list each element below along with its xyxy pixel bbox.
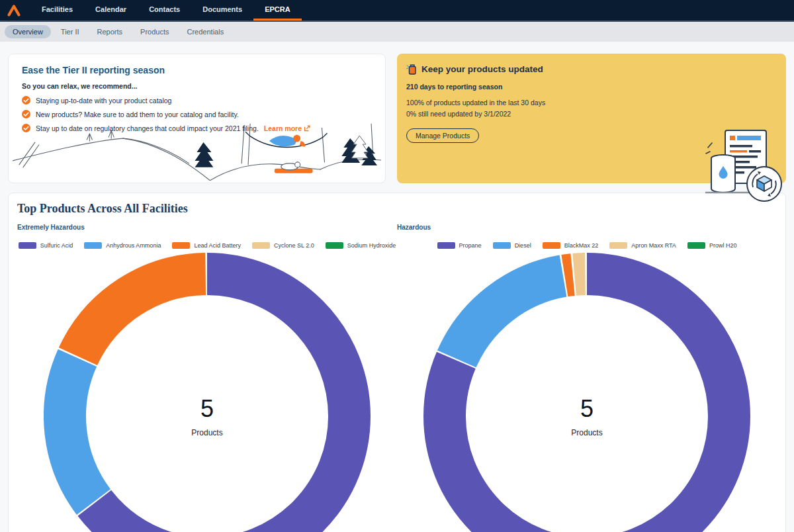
legend-item-prowl-h20[interactable]: Prowl H20 [687,242,737,249]
legend-swatch [172,242,190,249]
subnav-item-reports[interactable]: Reports [89,25,131,38]
subnav-item-credentials[interactable]: Credentials [179,25,232,38]
chart-subtitle: Extremely Hazardous [17,224,397,231]
legend-label: Lead Acid Battery [194,242,241,249]
external-link-icon [304,125,310,132]
legend-item-sulfuric-acid[interactable]: Sulfuric Acid [19,242,73,249]
donut-svg [423,253,750,532]
nav-tab-contacts[interactable]: Contacts [138,0,191,21]
legend-label: Apron Maxx RTA [631,242,676,249]
reporting-card-title: Ease the Tier II reporting season [22,65,372,75]
legend-item-anhydrous-ammonia[interactable]: Anhydrous Ammonia [84,242,161,249]
charts-row: Extremely HazardousSulfuric AcidAnhydrou… [17,224,777,532]
legend-label: Anhydrous Ammonia [106,242,161,249]
check-circle-icon [22,96,30,105]
products-card-title: Keep your products updated [421,64,543,74]
legend-label: Diesel [515,242,531,249]
legend-swatch [543,242,560,249]
chart-subtitle: Hazardous [397,224,777,231]
recommendation-text: Stay up to date on regulatory changes th… [36,124,259,132]
chart-legend: PropaneDieselBlackMax 22Apron Maxx RTAPr… [397,242,777,249]
legend-swatch [252,242,270,249]
chart-section-hazardous: HazardousPropaneDieselBlackMax 22Apron M… [397,224,777,532]
nav-tab-calendar[interactable]: Calendar [84,0,138,21]
nav-tab-facilities[interactable]: Facilities [30,0,84,21]
legend-label: Prowl H20 [709,242,737,249]
need-update-percentage: 0% still need updated by 3/1/2022 [406,110,777,118]
tier2-reporting-card: Ease the Tier II reporting season So you… [8,54,386,183]
legend-item-apron-maxx-rta[interactable]: Apron Maxx RTA [609,242,676,249]
epcra-subnav: OverviewTier IIReportsProductsCredential… [0,22,794,42]
summary-cards-row: Ease the Tier II reporting season So you… [8,54,786,183]
encamp-logo[interactable] [0,0,28,21]
subnav-item-tier-ii[interactable]: Tier II [53,25,87,38]
primary-nav: FacilitiesCalendarContactsDocumentsEPCRA [30,0,302,21]
legend-label: Sulfuric Acid [40,242,73,249]
manage-products-button[interactable]: Manage Products [406,128,479,143]
updated-percentage: 100% of products updated in the last 30 … [406,99,777,107]
chart-section-extremely-hazardous: Extremely HazardousSulfuric AcidAnhydrou… [17,224,397,532]
donut-svg [44,253,371,532]
mountain-caret-icon [7,4,21,17]
top-products-title: Top Products Across All Facilities [17,202,777,216]
check-circle-icon [22,124,30,132]
legend-item-propane[interactable]: Propane [437,242,482,249]
legend-swatch [326,242,343,249]
legend-label: Propane [459,242,482,249]
legend-item-lead-acid-battery[interactable]: Lead Acid Battery [172,242,241,249]
legend-item-sodium-hydroxide[interactable]: Sodium Hydroxide [326,242,396,249]
legend-item-blackmax-22[interactable]: BlackMax 22 [543,242,599,249]
days-to-season: 210 days to reporting season [406,83,777,91]
legend-swatch [19,242,36,249]
products-illustration [705,125,785,202]
chart-legend: Sulfuric AcidAnhydrous AmmoniaLead Acid … [17,242,397,249]
reporting-card-subtitle: So you can relax, we recommend... [22,82,372,90]
recommendation-text: Staying up-to-date with your product cat… [36,97,171,105]
recommendation-list: Staying up-to-date with your product cat… [22,96,372,132]
recommendation-text: New products? Make sure to add them to y… [36,111,239,118]
legend-item-cyclone-sl-2-0[interactable]: Cyclone SL 2.0 [252,242,314,249]
donut-chart-hazardous: 5Products [423,253,750,532]
check-circle-icon [22,110,30,118]
donut-chart-extremely-hazardous: 5Products [44,253,371,532]
legend-swatch [437,242,455,249]
subnav-item-products[interactable]: Products [132,25,177,38]
legend-item-diesel[interactable]: Diesel [493,242,531,249]
learn-more-link[interactable]: Learn more [264,124,310,132]
legend-swatch [493,242,511,249]
product-container-icon [406,64,417,75]
legend-swatch [609,242,627,249]
legend-label: Cyclone SL 2.0 [274,242,314,249]
subnav-item-overview[interactable]: Overview [5,25,51,38]
legend-label: Sodium Hydroxide [347,242,396,249]
nav-tab-epcra[interactable]: EPCRA [253,0,302,21]
legend-swatch [687,242,705,249]
top-navbar: FacilitiesCalendarContactsDocumentsEPCRA [0,0,794,22]
recommendation-item: Stay up to date on regulatory changes th… [22,124,372,132]
nav-tab-documents[interactable]: Documents [191,0,253,21]
recommendation-item: New products? Make sure to add them to y… [22,110,372,118]
recommendation-item: Staying up-to-date with your product cat… [22,96,372,105]
legend-swatch [84,242,102,249]
legend-label: BlackMax 22 [564,242,599,249]
top-products-card: Top Products Across All Facilities Extre… [8,193,786,532]
products-updated-card: Keep your products updated 210 days to r… [397,54,786,183]
